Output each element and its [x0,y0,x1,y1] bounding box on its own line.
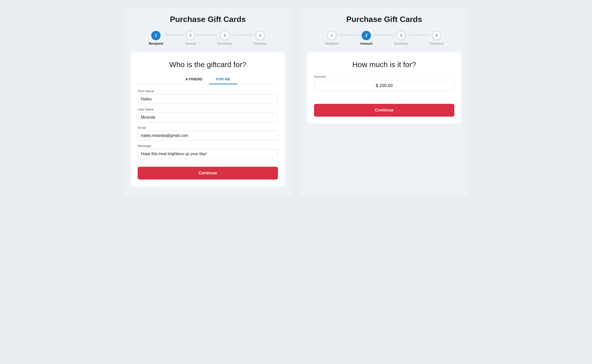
right-card: How much is it for? Amount Continue [307,52,461,124]
first-name-group: First Name [138,89,278,104]
first-name-label: First Name [138,89,278,93]
right-step-label-4: Checkout [430,42,443,45]
amount-label: Amount [314,75,454,78]
right-continue-button[interactable]: Continue [314,104,454,117]
right-card-heading: How much is it for? [314,60,454,69]
tab-me[interactable]: FOR ME [209,75,237,84]
page-wrapper: Purchase Gift Cards 1 Recipient 2 Amount… [123,7,469,196]
step-label-1: Recipient [149,42,163,45]
last-name-group: Last Name [138,108,278,122]
right-panel: Purchase Gift Cards 1 Recipient 2 Amount… [300,7,469,196]
right-step-circle-3: 3 [396,31,406,40]
left-panel: Purchase Gift Cards 1 Recipient 2 Amount… [123,7,292,196]
right-step-label-1: Recipient [325,42,339,45]
stepper-item-2: 2 Amount [185,31,196,45]
tab-friend[interactable]: A FRIEND [178,75,209,84]
stepper-item-4: 4 Checkout [253,31,267,45]
first-name-input[interactable] [138,94,278,104]
right-step-circle-2: 2 [362,31,371,40]
step-label-2: Amount [185,42,196,45]
step-circle-4: 4 [256,31,265,40]
message-group: Message [138,144,278,159]
amount-input[interactable] [314,80,454,91]
right-stepper-item-3: 3 Summary [394,31,408,45]
right-step-circle-1: 1 [327,31,336,40]
right-stepper-item-1: 1 Recipient [325,31,339,45]
right-stepper-item-2: 2 Amount [360,31,372,45]
right-step-circle-4: 4 [432,31,441,40]
stepper-item-3: 3 Summary [218,31,232,45]
last-name-label: Last Name [138,108,278,111]
step-circle-2: 2 [186,31,195,40]
right-stepper: 1 Recipient 2 Amount 3 Summary 4 Checkou… [307,31,461,45]
right-step-label-3: Summary [394,42,408,45]
left-card-heading: Who is the giftcard for? [138,60,278,69]
message-input[interactable] [138,149,278,159]
right-stepper-line-3-4 [409,35,429,35]
stepper-item-1: 1 Recipient [149,31,163,45]
right-stepper-line-2-3 [373,35,393,35]
amount-group: Amount [314,75,454,96]
left-continue-button[interactable]: Continue [138,167,278,180]
right-panel-title: Purchase Gift Cards [307,15,461,24]
step-circle-1: 1 [151,31,161,40]
step-label-4: Checkout [253,42,267,45]
step-circle-3: 3 [220,31,229,40]
left-stepper: 1 Recipient 2 Amount 3 Summary 4 Checkou… [131,31,285,45]
step-label-3: Summary [218,42,232,45]
right-step-label-2: Amount [360,42,372,45]
stepper-line-3-4 [233,35,252,35]
right-stepper-line-1-2 [339,35,359,35]
stepper-line-2-3 [197,35,217,35]
left-panel-title: Purchase Gift Cards [131,15,285,24]
email-label: Email [138,126,278,129]
email-group: Email [138,126,278,141]
left-card: Who is the giftcard for? A FRIEND FOR ME… [131,52,285,186]
recipient-tabs: A FRIEND FOR ME [138,75,278,84]
stepper-line-1-2 [164,35,184,35]
right-stepper-item-4: 4 Checkout [430,31,443,45]
last-name-input[interactable] [138,112,278,122]
message-label: Message [138,144,278,148]
email-input[interactable] [138,131,278,141]
